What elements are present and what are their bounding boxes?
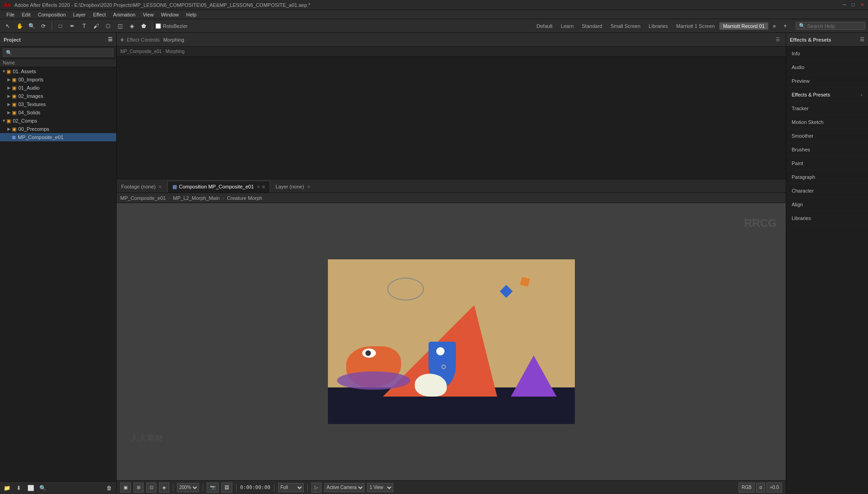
- precomps-arrow[interactable]: ▶: [7, 127, 12, 131]
- project-find[interactable]: 🔍: [38, 483, 48, 493]
- tool-camera-orbit[interactable]: ⟳: [38, 21, 48, 31]
- precomps-label: 00_Precomps: [18, 126, 49, 132]
- viewer-render-btn[interactable]: ▷: [311, 483, 321, 493]
- menu-composition[interactable]: Composition: [34, 12, 70, 17]
- workspace-learn[interactable]: Learn: [557, 22, 577, 30]
- roto-bezier-checkbox[interactable]: [155, 23, 161, 29]
- right-panel-brushes[interactable]: Brushes: [786, 143, 868, 156]
- right-panel-motion-sketch[interactable]: Motion Sketch: [786, 115, 868, 129]
- project-item-imports[interactable]: ▶ ▣ 00_Imports: [0, 75, 116, 84]
- tool-rect[interactable]: □: [55, 21, 65, 31]
- project-item-solids[interactable]: ▶ ▣ 04_Solids: [0, 108, 116, 117]
- right-panel-paint[interactable]: Paint: [786, 156, 868, 170]
- textures-arrow[interactable]: ▶: [7, 102, 12, 107]
- show-snapshot-btn[interactable]: 🖼: [221, 483, 232, 493]
- images-arrow[interactable]: ▶: [7, 94, 12, 98]
- viewer-channel-btn[interactable]: RGB: [739, 483, 755, 493]
- right-panel-character[interactable]: Character: [786, 184, 868, 198]
- right-panel-smoother[interactable]: Smoother: [786, 129, 868, 143]
- project-new-comp[interactable]: ⬜: [26, 483, 36, 493]
- layer-tab-close[interactable]: ✕: [307, 184, 311, 189]
- solids-arrow[interactable]: ▶: [7, 110, 12, 115]
- comp-tab-menu[interactable]: ≡: [262, 184, 265, 189]
- viewer-safe-btn[interactable]: ⊡: [146, 483, 156, 493]
- camera-select[interactable]: Active Camera: [324, 483, 364, 492]
- quality-select[interactable]: Full Half Quarter: [278, 483, 304, 492]
- tool-eraser[interactable]: ◫: [115, 21, 125, 31]
- minimize-btn[interactable]: ─: [843, 2, 847, 8]
- tool-clone[interactable]: ⬡: [103, 21, 113, 31]
- menu-edit[interactable]: Edit: [18, 12, 34, 17]
- assets-arrow[interactable]: ▼: [2, 69, 6, 74]
- help-search-box[interactable]: 🔍: [796, 22, 865, 30]
- audio-arrow[interactable]: ▶: [7, 86, 12, 90]
- project-item-textures[interactable]: ▶ ▣ 03_Textures: [0, 100, 116, 108]
- viewer-alpha-btn[interactable]: α: [756, 483, 765, 493]
- menu-file[interactable]: File: [3, 12, 18, 17]
- right-panel-paragraph[interactable]: Paragraph: [786, 170, 868, 184]
- tool-select[interactable]: ↖: [3, 21, 13, 31]
- right-panel-menu[interactable]: ☰: [860, 37, 864, 43]
- workspace-overflow[interactable]: »: [769, 21, 779, 31]
- menu-layer[interactable]: Layer: [70, 12, 90, 17]
- breadcrumb-creature[interactable]: Creature Morph: [227, 195, 262, 201]
- project-item-images[interactable]: ▶ ▣ 02_Images: [0, 92, 116, 100]
- right-panel-libraries[interactable]: Libraries: [786, 211, 868, 225]
- tool-zoom[interactable]: 🔍: [27, 21, 37, 31]
- project-menu-btn[interactable]: ☰: [108, 37, 113, 43]
- comps-arrow[interactable]: ▼: [2, 118, 6, 123]
- workspace-default[interactable]: Default: [533, 22, 556, 30]
- viewer-grid-btn[interactable]: ⊞: [134, 483, 144, 493]
- workspace-marriott-record[interactable]: Marriott Record 01: [719, 22, 768, 30]
- project-item-assets[interactable]: ▼ ▣ 01. Assets: [0, 67, 116, 75]
- project-item-audio[interactable]: ▶ ▣ 01_Audio: [0, 84, 116, 92]
- right-panel-align[interactable]: Align: [786, 198, 868, 211]
- right-panel-tracker[interactable]: Tracker: [786, 102, 868, 115]
- project-delete[interactable]: 🗑: [104, 483, 114, 493]
- maximize-btn[interactable]: □: [852, 2, 855, 8]
- viewer-region-btn[interactable]: ▣: [120, 483, 131, 493]
- project-item-precomps[interactable]: ▶ ▣ 00_Precomps: [0, 125, 116, 133]
- tool-pen[interactable]: ✒: [67, 21, 77, 31]
- breadcrumb-comp[interactable]: MP_Composite_e01: [120, 195, 166, 201]
- project-item-comps[interactable]: ▼ ▣ 02_Comps: [0, 117, 116, 125]
- right-panel-effects-presets[interactable]: Effects & Presets ›: [786, 88, 868, 102]
- close-btn[interactable]: ✕: [860, 2, 864, 8]
- composition-tab[interactable]: ▦ Composition MP_Composite_e01 ✕ ≡: [167, 181, 270, 193]
- right-panel-info[interactable]: Info: [786, 47, 868, 60]
- tool-hand[interactable]: ✋: [15, 21, 25, 31]
- tool-brush[interactable]: 🖌: [91, 21, 101, 31]
- menu-window[interactable]: Window: [157, 12, 182, 17]
- menu-effect[interactable]: Effect: [89, 12, 109, 17]
- layer-tab[interactable]: Layer (none) ✕: [271, 181, 315, 193]
- workspace-small-screen[interactable]: Small Screen: [607, 22, 644, 30]
- menu-view[interactable]: View: [139, 12, 157, 17]
- effect-controls-menu[interactable]: ☰: [776, 37, 780, 43]
- tool-puppet[interactable]: ⬟: [139, 21, 149, 31]
- workspace-add[interactable]: +: [780, 21, 790, 31]
- imports-arrow[interactable]: ▶: [7, 77, 12, 82]
- project-new-folder[interactable]: 📁: [2, 483, 12, 493]
- workspace-libraries[interactable]: Libraries: [645, 22, 671, 30]
- right-panel-preview[interactable]: Preview: [786, 74, 868, 88]
- tool-roto[interactable]: ◈: [127, 21, 137, 31]
- comp-tab-close[interactable]: ✕: [257, 184, 260, 189]
- views-select[interactable]: 1 View 2 Views 4 Views: [367, 483, 393, 492]
- menu-animation[interactable]: Animation: [109, 12, 139, 17]
- viewer-3d-btn[interactable]: ◈: [159, 483, 169, 493]
- viewer-reset-btn[interactable]: +0.0: [766, 483, 782, 493]
- project-search-input[interactable]: [3, 48, 113, 57]
- snapshot-btn[interactable]: 📷: [207, 483, 219, 493]
- footage-tab-close[interactable]: ✕: [158, 184, 162, 189]
- project-item-mp-composite[interactable]: ▦ MP_Composite_e01: [0, 133, 116, 141]
- breadcrumb-morph-main[interactable]: MP_L2_Morph_Main: [173, 195, 220, 201]
- zoom-select[interactable]: 200% 100% 50% Fit: [177, 483, 199, 492]
- workspace-marriott1[interactable]: Marriott 1 Screen: [673, 22, 718, 30]
- menu-help[interactable]: Help: [182, 12, 200, 17]
- footage-tab[interactable]: Footage (none) ✕: [117, 181, 166, 193]
- tool-text[interactable]: T: [79, 21, 89, 31]
- project-import[interactable]: ⬇: [14, 483, 24, 493]
- help-search-input[interactable]: [807, 23, 862, 29]
- right-panel-audio[interactable]: Audio: [786, 60, 868, 74]
- workspace-standard[interactable]: Standard: [578, 22, 606, 30]
